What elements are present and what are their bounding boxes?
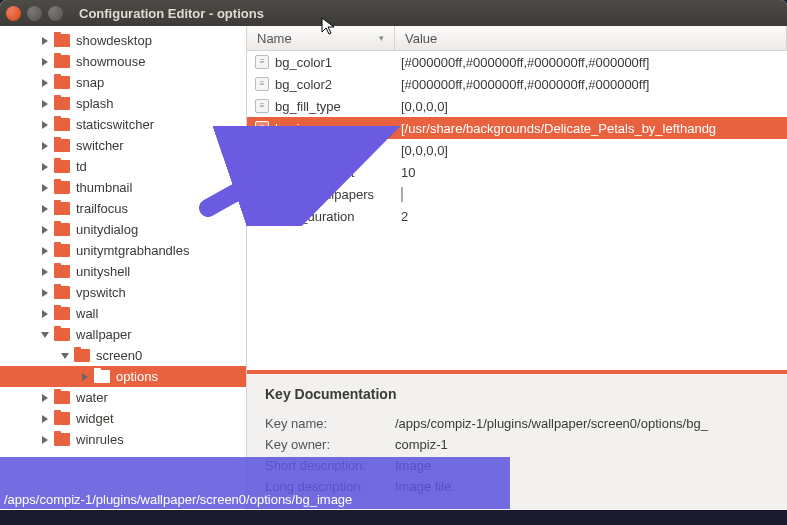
tree-item-staticswitcher[interactable]: staticswitcher [0, 114, 246, 135]
tree-item-trailfocus[interactable]: trailfocus [0, 198, 246, 219]
folder-icon [54, 76, 70, 89]
statusbar-highlight: /apps/compiz-1/plugins/wallpaper/screen0… [0, 457, 510, 509]
tree-item-td[interactable]: td [0, 156, 246, 177]
tree-item-wall[interactable]: wall [0, 303, 246, 324]
folder-icon [74, 349, 90, 362]
key-name: bg_color2 [275, 77, 332, 92]
tree-panel[interactable]: showdesktopshowmousesnapsplashstaticswit… [0, 26, 247, 510]
column-header-value[interactable]: Value [395, 26, 787, 50]
tree-item-label: options [116, 369, 158, 384]
chevron-right-icon[interactable] [40, 225, 50, 235]
tree-item-wallpaper[interactable]: wallpaper [0, 324, 246, 345]
chevron-right-icon[interactable] [40, 99, 50, 109]
folder-icon [54, 55, 70, 68]
tree-item-screen0[interactable]: screen0 [0, 345, 246, 366]
doc-keyname-label: Key name: [265, 416, 395, 431]
folder-icon [54, 160, 70, 173]
chevron-right-icon[interactable] [40, 414, 50, 424]
tree-item-label: switcher [76, 138, 124, 153]
key-list[interactable]: ≡bg_color1[#000000ff,#000000ff,#000000ff… [247, 51, 787, 370]
folder-icon [54, 139, 70, 152]
chevron-right-icon[interactable] [40, 36, 50, 46]
key-row-bg_image_pos[interactable]: ≡bg_image_pos[0,0,0,0] [247, 139, 787, 161]
tree-item-label: vpswitch [76, 285, 126, 300]
key-name: cycle_wallpapers [275, 187, 374, 202]
integer-type-icon: 12 [255, 209, 269, 223]
tree-item-label: unitymtgrabhandles [76, 243, 189, 258]
tree-item-winrules[interactable]: winrules [0, 429, 246, 450]
chevron-right-icon[interactable] [40, 267, 50, 277]
key-value: 2 [395, 209, 787, 224]
chevron-right-icon[interactable] [40, 204, 50, 214]
chevron-right-icon[interactable] [40, 141, 50, 151]
tree-item-widget[interactable]: widget [0, 408, 246, 429]
tree-item-unitydialog[interactable]: unitydialog [0, 219, 246, 240]
key-row-cycle_wallpapers[interactable]: ✓cycle_wallpapers [247, 183, 787, 205]
tree-item-unityshell[interactable]: unityshell [0, 261, 246, 282]
chevron-right-icon[interactable] [40, 162, 50, 172]
folder-icon [54, 202, 70, 215]
chevron-right-icon[interactable] [40, 246, 50, 256]
chevron-right-icon[interactable] [40, 57, 50, 67]
tree-item-showmouse[interactable]: showmouse [0, 51, 246, 72]
chevron-right-icon[interactable] [40, 288, 50, 298]
chevron-right-icon[interactable] [40, 183, 50, 193]
key-value: [#000000ff,#000000ff,#000000ff,#000000ff… [395, 55, 787, 70]
folder-icon [54, 181, 70, 194]
chevron-right-icon[interactable] [40, 78, 50, 88]
folder-icon [54, 34, 70, 47]
chevron-down-icon[interactable] [40, 330, 50, 340]
tree-item-splash[interactable]: splash [0, 93, 246, 114]
content-area: showdesktopshowmousesnapsplashstaticswit… [0, 26, 787, 510]
column-header-value-label: Value [405, 31, 437, 46]
list-type-icon: ≡ [255, 77, 269, 91]
folder-icon [54, 433, 70, 446]
boolean-type-icon: ✓ [255, 187, 269, 201]
folder-icon [94, 370, 110, 383]
window-title: Configuration Editor - options [79, 6, 264, 21]
tree-item-label: water [76, 390, 108, 405]
key-row-fade_duration[interactable]: 12fade_duration2 [247, 205, 787, 227]
key-row-bg_fill_type[interactable]: ≡bg_fill_type[0,0,0,0] [247, 95, 787, 117]
folder-icon [54, 244, 70, 257]
folder-icon [54, 118, 70, 131]
chevron-right-icon[interactable] [40, 393, 50, 403]
key-row-bg_image[interactable]: ≡bg_image[/usr/share/backgrounds/Delicat… [247, 117, 787, 139]
folder-icon [54, 328, 70, 341]
tree-item-thumbnail[interactable]: thumbnail [0, 177, 246, 198]
chevron-right-icon[interactable] [80, 372, 90, 382]
chevron-down-icon[interactable] [60, 351, 70, 361]
chevron-right-icon[interactable] [40, 309, 50, 319]
tree-item-label: snap [76, 75, 104, 90]
column-headers[interactable]: Name ▾ Value [247, 26, 787, 51]
key-row-bg_color1[interactable]: ≡bg_color1[#000000ff,#000000ff,#000000ff… [247, 51, 787, 73]
statusbar-path: /apps/compiz-1/plugins/wallpaper/screen0… [4, 492, 352, 507]
sort-indicator-icon: ▾ [379, 33, 384, 43]
tree-item-options[interactable]: options [0, 366, 246, 387]
key-name: bg_image [275, 121, 332, 136]
tree-item-vpswitch[interactable]: vpswitch [0, 282, 246, 303]
chevron-right-icon[interactable] [40, 435, 50, 445]
tree-item-switcher[interactable]: switcher [0, 135, 246, 156]
key-row-bg_color2[interactable]: ≡bg_color2[#000000ff,#000000ff,#000000ff… [247, 73, 787, 95]
checkbox[interactable] [401, 187, 403, 202]
close-button[interactable] [6, 6, 21, 21]
tree-item-snap[interactable]: snap [0, 72, 246, 93]
list-type-icon: ≡ [255, 143, 269, 157]
column-header-name[interactable]: Name ▾ [247, 26, 395, 50]
key-name: fade_duration [275, 209, 355, 224]
tree-item-label: td [76, 159, 87, 174]
tree-item-label: wall [76, 306, 98, 321]
chevron-right-icon[interactable] [40, 120, 50, 130]
titlebar[interactable]: Configuration Editor - options [0, 0, 787, 26]
maximize-button[interactable] [48, 6, 63, 21]
tree-item-unitymtgrabhandles[interactable]: unitymtgrabhandles [0, 240, 246, 261]
tree-item-water[interactable]: water [0, 387, 246, 408]
minimize-button[interactable] [27, 6, 42, 21]
integer-type-icon: 12 [255, 165, 269, 179]
key-row-cycle_timeout[interactable]: 12cycle_timeout10 [247, 161, 787, 183]
tree-item-label: unityshell [76, 264, 130, 279]
list-type-icon: ≡ [255, 121, 269, 135]
key-value: [0,0,0,0] [395, 99, 787, 114]
tree-item-showdesktop[interactable]: showdesktop [0, 30, 246, 51]
